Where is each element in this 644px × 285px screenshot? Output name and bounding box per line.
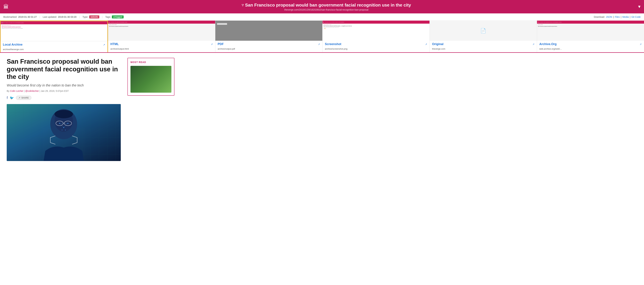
card-screenshot[interactable]: THE VERGE | TECH | REVIEWS | SCIENCE | E… — [322, 21, 430, 52]
most-read-img-inner — [130, 66, 172, 93]
bookmarked-item: Bookmarked: 2019-01-30 01:27 — [3, 15, 37, 18]
archive-org-external-link-icon[interactable]: ↗ — [640, 43, 642, 45]
original-external-link-icon[interactable]: ↗ — [532, 43, 534, 45]
card-pdf-footer: PDF ↗ — [215, 41, 322, 48]
svg-point-22 — [54, 110, 73, 118]
type-label: Type: — [82, 15, 88, 18]
svg-point-26 — [62, 130, 62, 130]
site-logo-icon[interactable]: 🏛 — [3, 4, 9, 10]
by-label: By — [7, 90, 10, 92]
card-screenshot-title[interactable]: Screenshot — [325, 42, 341, 46]
last-updated-item: Last updated: 2019-01-30 03:20 — [43, 15, 76, 18]
bookmarked-label: Bookmarked: — [3, 15, 17, 18]
card-local-archive-thumbnail: THE VERGE | TOP | NEWS | TECH | ENTERTAI… — [0, 21, 108, 41]
article-sidebar: MOST READ — [128, 58, 174, 161]
card-html-footer: HTML ↗ — [108, 41, 215, 48]
download-json-link[interactable]: JSON — [606, 15, 612, 18]
author-name-link[interactable]: Colin Lecher — [10, 90, 23, 92]
card-pdf[interactable]: PDF ↗ archive/output.pdf — [215, 21, 322, 52]
card-original-path: theverge.com — [430, 48, 537, 52]
article-title: San Francisco proposal would ban governm… — [7, 58, 121, 81]
article-date: Jan 29, 2019, 5:07pm EST — [41, 90, 69, 92]
card-html-path: archive/output.html — [108, 48, 215, 52]
card-html-thumbnail: THE VERGE | TOP | NEWS | ENTERTAINMENT |… — [108, 21, 215, 41]
hero-image-svg — [7, 104, 121, 161]
download-label: Download: — [594, 15, 605, 18]
card-original-footer: Original ↗ — [430, 41, 537, 48]
card-html-title[interactable]: HTML — [110, 42, 119, 46]
share-button[interactable]: ↗ SHARE — [16, 96, 31, 100]
card-pdf-thumbnail — [215, 21, 322, 41]
html-external-link-icon[interactable]: ↗ — [211, 43, 213, 45]
most-read-box: MOST READ — [128, 58, 174, 96]
download-section: Download: JSON | Files | Media | Git Cod… — [594, 15, 641, 18]
card-archive-org-thumbnail: THE VERGE | TECH | REVIEWS | SCIENCE | E… — [537, 21, 644, 41]
article-header-title: ▽ San Francisco proposal would ban gover… — [12, 2, 641, 8]
card-screenshot-thumbnail: THE VERGE | TECH | REVIEWS | SCIENCE | E… — [322, 21, 430, 41]
share-arrow-icon: ↗ — [18, 96, 20, 99]
card-local-archive-footer: Local Archive ↗ — [0, 41, 108, 48]
type-badge[interactable]: website — [89, 15, 99, 18]
last-updated-label: Last updated: — [43, 15, 57, 18]
article-share: f 🐦 ↗ SHARE — [7, 96, 121, 100]
article-area: San Francisco proposal would ban governm… — [0, 53, 644, 166]
header-title-text: San Francisco proposal would ban governm… — [245, 2, 411, 8]
last-updated-value: 2019-01-30 03:20 — [58, 15, 77, 18]
card-screenshot-footer: Screenshot ↗ — [322, 41, 430, 48]
byline-sep: | — [24, 90, 25, 92]
twitter-share-icon[interactable]: 🐦 — [10, 96, 14, 100]
card-pdf-title[interactable]: PDF — [218, 42, 224, 46]
download-gitcode-link[interactable]: Git Code — [632, 15, 641, 18]
download-files-link[interactable]: Files — [615, 15, 620, 18]
bookmarked-value: 2019-01-30 01:27 — [18, 15, 37, 18]
most-read-image — [130, 66, 172, 93]
sep1: | — [40, 15, 40, 18]
article-hero-image — [7, 104, 121, 161]
tags-item: Tags: untagged — [105, 15, 124, 18]
sep2: | — [79, 15, 80, 18]
card-local-archive[interactable]: THE VERGE | TOP | NEWS | TECH | ENTERTAI… — [0, 21, 108, 52]
dl-sep1: | — [613, 15, 614, 18]
tags-badge[interactable]: untagged — [112, 15, 124, 18]
meta-bar: Bookmarked: 2019-01-30 01:27 | Last upda… — [0, 13, 644, 21]
card-archive-org-path: web.archive.org/web/... — [537, 48, 644, 52]
card-archive-org-footer: Archive.Org ↗ — [537, 41, 644, 48]
card-pdf-path: archive/output.pdf — [215, 48, 322, 52]
card-original[interactable]: 📄 Original ↗ theverge.com — [430, 21, 537, 52]
tags-label: Tags: — [105, 15, 111, 18]
article-main: San Francisco proposal would ban governm… — [7, 58, 121, 161]
chevron-down-icon[interactable]: ▼ — [637, 4, 641, 9]
header-url[interactable]: theverge.com/2019/1/29/18202602/san-fran… — [12, 8, 641, 11]
svg-point-27 — [65, 130, 66, 130]
pdf-external-link-icon[interactable]: ↗ — [318, 43, 320, 45]
screenshot-external-link-icon[interactable]: ↗ — [425, 43, 427, 45]
header-bar: 🏛 ▽ San Francisco proposal would ban gov… — [0, 0, 644, 13]
triangle-icon: ▽ — [242, 3, 244, 7]
card-archive-org[interactable]: THE VERGE | TECH | REVIEWS | SCIENCE | E… — [537, 21, 644, 52]
card-local-archive-path: archive/theverge.com — [0, 48, 108, 52]
card-local-archive-title[interactable]: Local Archive — [3, 43, 22, 46]
card-screenshot-path: archive/screenshot.png — [322, 48, 430, 52]
dl-sep3: | — [630, 15, 630, 18]
sep3: | — [102, 15, 103, 18]
card-original-title[interactable]: Original — [432, 42, 444, 46]
header-center: ▽ San Francisco proposal would ban gover… — [12, 2, 641, 11]
type-item: Type: website — [82, 15, 99, 18]
card-original-thumbnail: 📄 — [430, 21, 537, 41]
card-archive-org-title[interactable]: Archive.Org — [539, 42, 556, 46]
external-link-icon[interactable]: ↗ — [103, 43, 105, 46]
download-media-link[interactable]: Media — [622, 15, 629, 18]
share-label: SHARE — [21, 96, 29, 99]
facebook-share-icon[interactable]: f — [7, 96, 8, 100]
article-byline: By Colin Lecher | @colinlecher | Jan 29,… — [7, 90, 121, 92]
card-html[interactable]: THE VERGE | TOP | NEWS | ENTERTAINMENT |… — [108, 21, 215, 52]
most-read-title: MOST READ — [130, 61, 172, 63]
archive-cards-row: THE VERGE | TOP | NEWS | TECH | ENTERTAI… — [0, 21, 644, 53]
thumb-nav: THE VERGE | TOP | NEWS | TECH | ENTERTAI… — [1, 21, 107, 24]
author-handle-link[interactable]: @colinlecher — [25, 90, 39, 92]
byline-sep2: | — [40, 90, 40, 92]
dl-sep2: | — [621, 15, 621, 18]
article-subtitle: Would become first city in the nation to… — [7, 83, 121, 87]
